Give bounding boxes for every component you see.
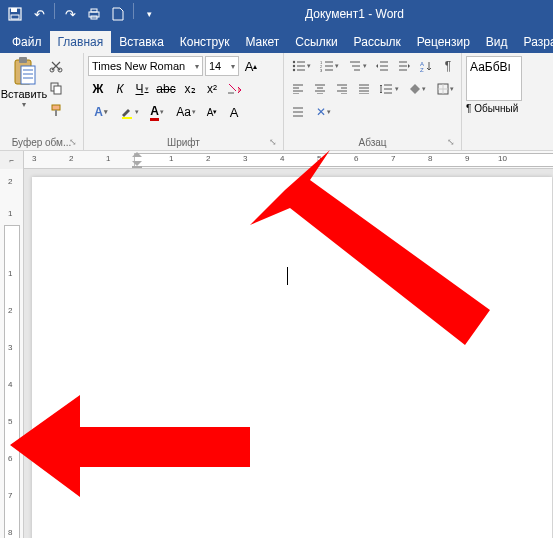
svg-rect-8 [21, 66, 35, 84]
chevron-down-icon: ▾ [195, 62, 199, 71]
grow-font2-button[interactable]: A [224, 102, 244, 122]
paragraph-launcher-icon[interactable]: ⤡ [447, 137, 455, 147]
ribbon-tabs: Файл Главная Вставка Конструк Макет Ссыл… [0, 28, 553, 53]
ruler-row: ⌐ 3 2 1 1 2 3 4 5 6 7 8 9 10 [0, 151, 553, 169]
qat-customize-button[interactable]: ▾ [138, 3, 160, 25]
style-normal-preview[interactable]: АаБбВı [466, 56, 522, 101]
vertical-ruler[interactable]: 2 1 1 2 3 4 5 6 7 8 [0, 169, 24, 538]
group-font: Times New Roman▾ 14▾ A▴ Ж К Ч▾ abc x₂ x² [84, 53, 284, 150]
document-page[interactable] [32, 177, 552, 538]
tab-view[interactable]: Вид [478, 31, 516, 53]
numbering-button[interactable]: 123▾ [316, 56, 342, 76]
tab-review[interactable]: Рецензир [409, 31, 478, 53]
tab-layout[interactable]: Макет [237, 31, 287, 53]
align-center-button[interactable] [310, 79, 330, 99]
svg-point-17 [292, 65, 294, 67]
justify-button[interactable] [354, 79, 374, 99]
content-area: 2 1 1 2 3 4 5 6 7 8 [0, 169, 553, 538]
titlebar: ↶ ↷ ▾ Документ1 - Word [0, 0, 553, 28]
svg-rect-13 [52, 105, 60, 110]
save-button[interactable] [4, 3, 26, 25]
tab-file[interactable]: Файл [4, 31, 50, 53]
new-doc-button[interactable] [107, 3, 129, 25]
italic-button[interactable]: К [110, 79, 130, 99]
svg-rect-12 [54, 86, 61, 94]
svg-point-16 [292, 61, 294, 63]
qat-separator [133, 3, 134, 19]
tab-references[interactable]: Ссылки [287, 31, 345, 53]
ruler-corner[interactable]: ⌐ [0, 151, 24, 169]
indent-marker-icon[interactable] [131, 151, 143, 168]
underline-button[interactable]: Ч▾ [132, 79, 152, 99]
quick-access-toolbar: ↶ ↷ ▾ [4, 3, 160, 25]
svg-rect-4 [91, 9, 97, 12]
svg-rect-1 [11, 8, 17, 12]
svg-rect-25 [132, 166, 142, 168]
ribbon: Вставить ▾ Буфер обм... ⤡ [0, 53, 553, 151]
qat-separator [54, 3, 55, 19]
group-label-clipboard: Буфер обм... ⤡ [4, 135, 79, 150]
svg-rect-7 [19, 57, 27, 63]
borders-button[interactable]: ▾ [432, 79, 458, 99]
text-cursor [287, 267, 288, 285]
distributed-button[interactable] [288, 102, 308, 122]
align-left-button[interactable] [288, 79, 308, 99]
format-painter-button[interactable] [46, 100, 66, 120]
decrease-indent-button[interactable] [372, 56, 392, 76]
bullets-button[interactable]: ▾ [288, 56, 314, 76]
redo-button[interactable]: ↷ [59, 3, 81, 25]
cut-button[interactable] [46, 56, 66, 76]
page-viewport[interactable] [24, 169, 553, 538]
change-case-button[interactable]: Aa▾ [172, 102, 200, 122]
horizontal-ruler[interactable]: 3 2 1 1 2 3 4 5 6 7 8 9 10 [24, 151, 553, 168]
line-spacing-button[interactable]: ▾ [376, 79, 402, 99]
quick-print-button[interactable] [83, 3, 105, 25]
group-styles: АаБбВı ¶ Обычный [462, 53, 548, 150]
subscript-button[interactable]: x₂ [180, 79, 200, 99]
svg-text:Z: Z [420, 67, 424, 72]
show-marks-button[interactable]: ¶ [438, 56, 458, 76]
clipboard-launcher-icon[interactable]: ⤡ [69, 137, 77, 147]
style-normal-label: ¶ Обычный [466, 103, 522, 114]
strikethrough-button[interactable]: abc [154, 79, 178, 99]
font-launcher-icon[interactable]: ⤡ [269, 137, 277, 147]
tab-home[interactable]: Главная [50, 31, 112, 53]
svg-rect-15 [122, 117, 132, 119]
chevron-down-icon: ▾ [231, 62, 235, 71]
copy-button[interactable] [46, 78, 66, 98]
font-color-button[interactable]: A▾ [144, 102, 170, 122]
multilevel-button[interactable]: ▾ [344, 56, 370, 76]
svg-rect-2 [11, 15, 19, 19]
svg-rect-14 [55, 110, 57, 116]
paste-label: Вставить [1, 88, 48, 100]
tab-mailings[interactable]: Рассылк [346, 31, 409, 53]
group-clipboard: Вставить ▾ Буфер обм... ⤡ [0, 53, 84, 150]
tab-design[interactable]: Конструк [172, 31, 238, 53]
undo-button[interactable]: ↶ [28, 3, 50, 25]
sort-button[interactable]: AZ [416, 56, 436, 76]
shrink-font-button[interactable]: A▾ [202, 102, 222, 122]
text-effects-button[interactable]: A▾ [88, 102, 114, 122]
svg-text:3: 3 [320, 68, 323, 72]
increase-indent-button[interactable] [394, 56, 414, 76]
grow-font-button[interactable]: A▴ [241, 56, 261, 76]
group-label-font: Шрифт ⤡ [88, 135, 279, 150]
paste-button[interactable]: Вставить ▾ [4, 56, 44, 135]
highlight-button[interactable]: ▾ [116, 102, 142, 122]
group-label-paragraph: Абзац ⤡ [288, 135, 457, 150]
shading-button[interactable]: ▾ [404, 79, 430, 99]
group-label-styles [466, 146, 544, 150]
bold-button[interactable]: Ж [88, 79, 108, 99]
document-title: Документ1 - Word [160, 7, 549, 21]
tab-insert[interactable]: Вставка [111, 31, 172, 53]
font-size-combo[interactable]: 14▾ [205, 56, 239, 76]
font-name-combo[interactable]: Times New Roman▾ [88, 56, 203, 76]
align-right-button[interactable] [332, 79, 352, 99]
asian-layout-button[interactable]: ✕▾ [310, 102, 336, 122]
superscript-button[interactable]: x² [202, 79, 222, 99]
svg-point-18 [292, 69, 294, 71]
group-paragraph: ▾ 123▾ ▾ AZ ¶ ▾ ▾ ▾ [284, 53, 462, 150]
clear-formatting-button[interactable] [224, 79, 244, 99]
tab-developer[interactable]: Разработ [516, 31, 553, 53]
